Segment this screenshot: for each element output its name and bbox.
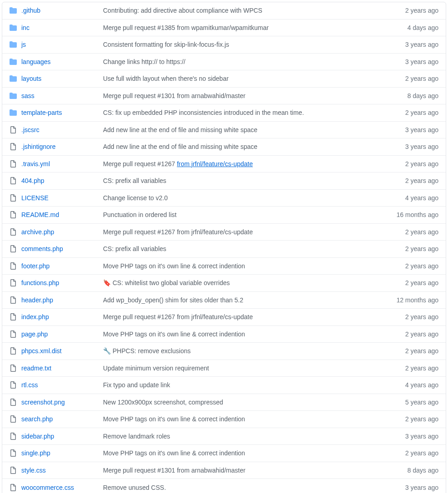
file-row[interactable]: single.phpMove PHP tags on it's own line… bbox=[2, 445, 446, 462]
file-row[interactable]: footer.phpMove PHP tags on it's own line… bbox=[2, 258, 446, 275]
file-row[interactable]: comments.phpCS: prefix all variables2 ye… bbox=[2, 241, 446, 258]
file-row[interactable]: sidebar.phpRemove landmark roles3 years … bbox=[2, 428, 446, 445]
file-name-link[interactable]: rtl.css bbox=[21, 381, 103, 389]
commit-message[interactable]: 🔧PHPCS: remove exclusions bbox=[103, 347, 384, 355]
file-row[interactable]: jsConsistent formatting for skip-link-fo… bbox=[2, 36, 446, 54]
file-name-link[interactable]: single.php bbox=[21, 449, 103, 457]
commit-message[interactable]: Change links http:// to https:// bbox=[103, 58, 384, 65]
file-name-link[interactable]: README.md bbox=[21, 211, 103, 218]
file-row[interactable]: sassMerge pull request #1301 from arnabw… bbox=[2, 88, 446, 105]
commit-message[interactable]: Merge pull request #1267 from jrfnl/feat… bbox=[103, 313, 384, 320]
file-row[interactable]: style.cssMerge pull request #1301 from a… bbox=[2, 462, 446, 479]
file-name-link[interactable]: sidebar.php bbox=[21, 433, 103, 440]
commit-message[interactable]: Consistent formatting for skip-link-focu… bbox=[103, 41, 384, 48]
file-name-link[interactable]: functions.php bbox=[21, 279, 103, 286]
file-name-link[interactable]: .jscsrc bbox=[21, 126, 103, 133]
commit-message[interactable]: Add wp_body_open() shim for sites older … bbox=[103, 296, 384, 304]
file-name-link[interactable]: languages bbox=[21, 58, 103, 65]
file-name-link[interactable]: archive.php bbox=[21, 228, 103, 236]
file-row[interactable]: readme.txtUpdate minimum version require… bbox=[2, 360, 446, 377]
file-row[interactable]: index.phpMerge pull request #1267 from j… bbox=[2, 309, 446, 326]
commit-message[interactable]: Fix typo and update link bbox=[103, 381, 384, 389]
file-icon bbox=[10, 211, 17, 218]
file-row[interactable]: incMerge pull request #1385 from wpamitk… bbox=[2, 20, 446, 37]
commit-message-text: New 1200x900px screenshot, compressed bbox=[103, 399, 223, 406]
file-row[interactable]: template-partsCS: fix up embedded PHP in… bbox=[2, 104, 446, 122]
file-row[interactable]: .jscsrcAdd new line at the end of file a… bbox=[2, 122, 446, 139]
commit-message[interactable]: Use full width layout when there's no si… bbox=[103, 75, 384, 82]
commit-message[interactable]: Add new line at the end of file and miss… bbox=[103, 126, 384, 133]
commit-link[interactable]: from jrfnl/feature/cs-update bbox=[177, 160, 253, 168]
commit-age: 3 years ago bbox=[384, 433, 438, 440]
file-name-link[interactable]: footer.php bbox=[21, 262, 103, 270]
commit-message[interactable]: Merge pull request #1267 from jrfnl/feat… bbox=[103, 228, 384, 236]
commit-message[interactable]: Merge pull request #1301 from arnabwahid… bbox=[103, 467, 384, 474]
file-name-link[interactable]: header.php bbox=[21, 296, 103, 304]
commit-age: 8 days ago bbox=[384, 92, 438, 99]
commit-message[interactable]: Merge pull request #1301 from arnabwahid… bbox=[103, 92, 384, 99]
commit-message[interactable]: Move PHP tags on it's own line & correct… bbox=[103, 415, 384, 423]
commit-message[interactable]: Contributing: add directive about compli… bbox=[103, 7, 384, 14]
commit-message[interactable]: Merge pull request #1385 from wpamitkuma… bbox=[103, 24, 384, 31]
file-row[interactable]: 404.phpCS: prefix all variables2 years a… bbox=[2, 173, 446, 190]
commit-message[interactable]: Change license to v2.0 bbox=[103, 194, 384, 202]
commit-message[interactable]: 🔖CS: whitelist two global variable overr… bbox=[103, 279, 384, 286]
file-name-link[interactable]: sass bbox=[21, 92, 103, 99]
file-row[interactable]: phpcs.xml.dist🔧PHPCS: remove exclusions2… bbox=[2, 343, 446, 360]
commit-age: 2 years ago bbox=[384, 7, 438, 14]
file-name-link[interactable]: .travis.yml bbox=[21, 160, 103, 168]
commit-message[interactable]: Move PHP tags on it's own line & correct… bbox=[103, 262, 384, 270]
file-row[interactable]: woocommerce.cssRemove unused CSS.3 years… bbox=[2, 479, 446, 493]
file-name-link[interactable]: comments.php bbox=[21, 245, 103, 252]
file-icon bbox=[10, 449, 17, 457]
file-name-link[interactable]: .jshintignore bbox=[21, 143, 103, 150]
commit-message-text: Move PHP tags on it's own line & correct… bbox=[103, 262, 245, 270]
commit-message[interactable]: Punctuation in ordered list bbox=[103, 211, 384, 218]
file-name-link[interactable]: search.php bbox=[21, 415, 103, 423]
file-name-link[interactable]: template-parts bbox=[21, 109, 103, 116]
file-row[interactable]: archive.phpMerge pull request #1267 from… bbox=[2, 224, 446, 241]
file-name-link[interactable]: layouts bbox=[21, 75, 103, 82]
file-name-link[interactable]: woocommerce.css bbox=[21, 484, 103, 491]
commit-message[interactable]: Remove unused CSS. bbox=[103, 484, 384, 491]
commit-message[interactable]: Merge pull request #1267 from jrfnl/feat… bbox=[103, 160, 384, 168]
commit-message[interactable]: CS: prefix all variables bbox=[103, 245, 384, 252]
commit-message[interactable]: Add new line at the end of file and miss… bbox=[103, 143, 384, 150]
file-row[interactable]: rtl.cssFix typo and update link4 years a… bbox=[2, 377, 446, 394]
file-name-link[interactable]: js bbox=[21, 41, 103, 48]
commit-message[interactable]: Move PHP tags on it's own line & correct… bbox=[103, 330, 384, 338]
file-name-link[interactable]: screenshot.png bbox=[21, 399, 103, 406]
file-name-link[interactable]: 404.php bbox=[21, 177, 103, 184]
file-name-link[interactable]: page.php bbox=[21, 330, 103, 338]
commit-message[interactable]: Move PHP tags on it's own line & correct… bbox=[103, 449, 384, 457]
file-name-link[interactable]: .github bbox=[21, 7, 103, 14]
file-name-link[interactable]: index.php bbox=[21, 313, 103, 320]
file-row[interactable]: README.mdPunctuation in ordered list16 m… bbox=[2, 207, 446, 224]
commit-message[interactable]: CS: fix up embedded PHP inconsistencies … bbox=[103, 109, 384, 116]
file-row[interactable]: page.phpMove PHP tags on it's own line &… bbox=[2, 326, 446, 343]
file-icon bbox=[10, 296, 17, 304]
file-row[interactable]: .githubContributing: add directive about… bbox=[2, 2, 446, 20]
commit-message-text: Merge pull request #1301 from arnabwahid… bbox=[103, 92, 246, 99]
file-name-link[interactable]: phpcs.xml.dist bbox=[21, 347, 103, 355]
file-row[interactable]: search.phpMove PHP tags on it's own line… bbox=[2, 411, 446, 428]
commit-message[interactable]: Update minimum version requirement bbox=[103, 365, 384, 372]
file-row[interactable]: header.phpAdd wp_body_open() shim for si… bbox=[2, 292, 446, 309]
file-name-link[interactable]: style.css bbox=[21, 467, 103, 474]
file-name-link[interactable]: LICENSE bbox=[21, 194, 103, 202]
commit-message[interactable]: Remove landmark roles bbox=[103, 433, 384, 440]
file-name-link[interactable]: inc bbox=[21, 24, 103, 31]
file-row[interactable]: languagesChange links http:// to https:/… bbox=[2, 54, 446, 71]
file-row[interactable]: LICENSEChange license to v2.04 years ago bbox=[2, 190, 446, 207]
file-row[interactable]: .travis.ymlMerge pull request #1267 from… bbox=[2, 156, 446, 173]
folder-icon bbox=[10, 75, 17, 82]
file-name-link[interactable]: readme.txt bbox=[21, 365, 103, 372]
commit-message[interactable]: CS: prefix all variables bbox=[103, 177, 384, 184]
commit-message[interactable]: New 1200x900px screenshot, compressed bbox=[103, 399, 384, 406]
commit-age: 2 years ago bbox=[384, 313, 438, 320]
commit-age: 4 years ago bbox=[384, 194, 438, 202]
file-row[interactable]: .jshintignoreAdd new line at the end of … bbox=[2, 138, 446, 156]
file-row[interactable]: functions.php🔖CS: whitelist two global v… bbox=[2, 275, 446, 292]
file-row[interactable]: layoutsUse full width layout when there'… bbox=[2, 70, 446, 88]
file-row[interactable]: screenshot.pngNew 1200x900px screenshot,… bbox=[2, 394, 446, 411]
